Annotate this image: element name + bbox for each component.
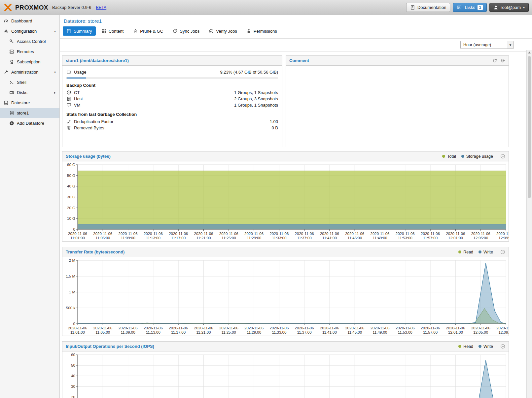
scrollbar-thumb[interactable] — [528, 56, 531, 198]
usage-progress-fill — [67, 77, 86, 79]
sidebar-item-subscription[interactable]: Subscription — [0, 57, 59, 67]
svg-text:2 M: 2 M — [69, 258, 75, 262]
tab-sync-jobs[interactable]: Sync Jobs — [169, 26, 203, 36]
svg-text:2020-11-06: 2020-11-06 — [471, 232, 490, 236]
removed-bytes-label: Removed Bytes — [74, 125, 104, 130]
svg-text:2020-11-06: 2020-11-06 — [194, 326, 213, 330]
tab-content[interactable]: Content — [98, 26, 127, 36]
svg-text:30 G: 30 G — [67, 195, 75, 199]
svg-text:0: 0 — [73, 227, 75, 231]
hdd-icon — [66, 70, 71, 75]
svg-text:11:41:00: 11:41:00 — [322, 330, 337, 334]
collapsed-arrow-icon[interactable]: ▸ — [54, 91, 57, 94]
expanded-arrow-icon[interactable]: ▾ — [54, 29, 57, 33]
legend-read: Read — [458, 250, 473, 254]
svg-text:11:45:00: 11:45:00 — [347, 330, 362, 334]
sidebar-item-datastore[interactable]: Datastore — [0, 98, 59, 108]
svg-text:2020-11-06: 2020-11-06 — [446, 326, 465, 330]
usage-value: 9.23% (4.67 GiB of 50.56 GiB) — [220, 70, 278, 75]
vm-count-row: VM 1 Groups, 1 Snapshots — [66, 102, 278, 108]
svg-text:2020-11-06: 2020-11-06 — [269, 326, 289, 330]
server-icon — [9, 49, 14, 54]
sidebar-item-access-control[interactable]: Access Control — [0, 36, 59, 47]
storage-usage-chart: 010 G20 G30 G40 G50 G60 G2020-11-0611:01… — [62, 161, 509, 241]
documentation-button[interactable]: Documentation — [406, 3, 450, 12]
collapse-icon[interactable] — [500, 249, 505, 254]
chevron-down-icon: ▾ — [523, 6, 525, 9]
task-list-icon — [457, 5, 462, 10]
scroll-up-icon[interactable] — [527, 50, 532, 55]
ct-value: 1 Groups, 1 Snapshots — [234, 90, 278, 95]
documentation-label: Documentation — [417, 5, 446, 10]
expanded-arrow-icon[interactable]: ▾ — [54, 70, 57, 74]
tab-summary[interactable]: Summary — [63, 26, 96, 36]
beta-link[interactable]: BETA — [96, 5, 106, 10]
svg-text:10 G: 10 G — [67, 216, 75, 220]
sidebar-item-configuration[interactable]: Configuration ▾ — [0, 26, 59, 36]
sidebar-item-remotes[interactable]: Remotes — [0, 47, 59, 57]
database-icon — [9, 111, 14, 116]
svg-text:11:09:00: 11:09:00 — [121, 236, 135, 240]
usage-progress-bar — [66, 77, 278, 79]
tab-label: Content — [109, 29, 124, 34]
tab-permissions[interactable]: Permissions — [243, 26, 281, 36]
collapse-icon[interactable] — [500, 344, 505, 349]
desktop-icon — [66, 103, 71, 108]
svg-text:2020-11-06: 2020-11-06 — [471, 326, 490, 330]
svg-text:12:05:00: 12:05:00 — [473, 330, 488, 334]
sidebar-item-store1[interactable]: store1 — [0, 108, 59, 118]
svg-text:2020-11-06: 2020-11-06 — [371, 232, 390, 236]
iops-panel: Input/Output Operations per Second (IOPS… — [62, 341, 509, 398]
sidebar-item-add-datastore[interactable]: Add Datastore — [0, 118, 59, 128]
top-actions: Documentation Tasks 1 root@pam ▾ — [406, 3, 529, 12]
gear-icon[interactable] — [500, 58, 505, 63]
svg-text:40 G: 40 G — [67, 184, 75, 188]
sidebar-item-dashboard[interactable]: Dashboard — [0, 16, 59, 26]
sidebar-item-label: Add Datastore — [17, 121, 44, 126]
svg-text:11:57:00: 11:57:00 — [423, 330, 438, 334]
user-menu-button[interactable]: root@pam ▾ — [489, 3, 529, 12]
sidebar-item-label: Administration — [11, 70, 38, 75]
book-icon — [410, 5, 415, 10]
dedup-row: Deduplication Factor 1.00 — [66, 118, 278, 125]
collapse-icon[interactable] — [500, 154, 505, 159]
tasks-button[interactable]: Tasks 1 — [453, 3, 487, 12]
product-version: Backup Server 0.9-6 — [52, 5, 91, 10]
vertical-scrollbar[interactable] — [526, 50, 532, 398]
svg-text:2020-11-06: 2020-11-06 — [496, 232, 509, 236]
svg-text:11:37:00: 11:37:00 — [297, 236, 312, 240]
tab-label: Prune & GC — [140, 29, 163, 34]
sidebar-item-label: Dashboard — [11, 18, 32, 23]
svg-text:500 k: 500 k — [66, 306, 75, 310]
tab-label: Sync Jobs — [180, 29, 199, 34]
transfer-rate-panel: Transfer Rate (bytes/second) Read Write … — [62, 247, 509, 336]
host-count-row: Host 2 Groups, 3 Snapshots — [66, 96, 278, 102]
svg-text:20 G: 20 G — [67, 206, 75, 210]
sidebar-item-label: Shell — [17, 80, 26, 85]
legend-dot — [458, 345, 461, 348]
tab-verify-jobs[interactable]: Verify Jobs — [205, 26, 241, 36]
svg-text:11:49:00: 11:49:00 — [373, 330, 387, 334]
svg-text:2020-11-06: 2020-11-06 — [295, 326, 314, 330]
svg-text:2020-11-06: 2020-11-06 — [345, 232, 364, 236]
svg-text:12:09:00: 12:09:00 — [499, 236, 509, 240]
refresh-icon[interactable] — [492, 58, 497, 63]
sidebar-item-disks[interactable]: Disks ▸ — [0, 87, 59, 98]
timeframe-select[interactable]: Hour (average) ▼ — [460, 41, 514, 49]
iops-chart: 01020304050602020-11-0611:01:002020-11-0… — [62, 351, 509, 398]
main-content: Datastore: store1 Summary Content Prune … — [60, 15, 532, 398]
comment-body[interactable] — [286, 66, 509, 72]
tab-bar: Summary Content Prune & GC Sync Jobs Ver… — [60, 25, 532, 39]
tab-label: Permissions — [254, 29, 277, 34]
sidebar-item-shell[interactable]: Shell — [0, 77, 59, 87]
svg-text:11:33:00: 11:33:00 — [272, 236, 286, 240]
svg-text:0: 0 — [73, 322, 75, 326]
usage-row: Usage 9.23% (4.67 GiB of 50.56 GiB) — [66, 69, 278, 75]
sidebar-item-administration[interactable]: Administration ▾ — [0, 67, 59, 77]
svg-text:2020-11-06: 2020-11-06 — [119, 326, 138, 330]
gc-stats-heading: Stats from last Garbage Collection — [66, 112, 278, 117]
summary-content: store1 (/mnt/datastores/store1) Usage 9.… — [60, 51, 532, 398]
svg-text:2020-11-06: 2020-11-06 — [93, 326, 112, 330]
tab-prune-gc[interactable]: Prune & GC — [129, 26, 167, 36]
svg-text:12:09:00: 12:09:00 — [499, 330, 509, 334]
